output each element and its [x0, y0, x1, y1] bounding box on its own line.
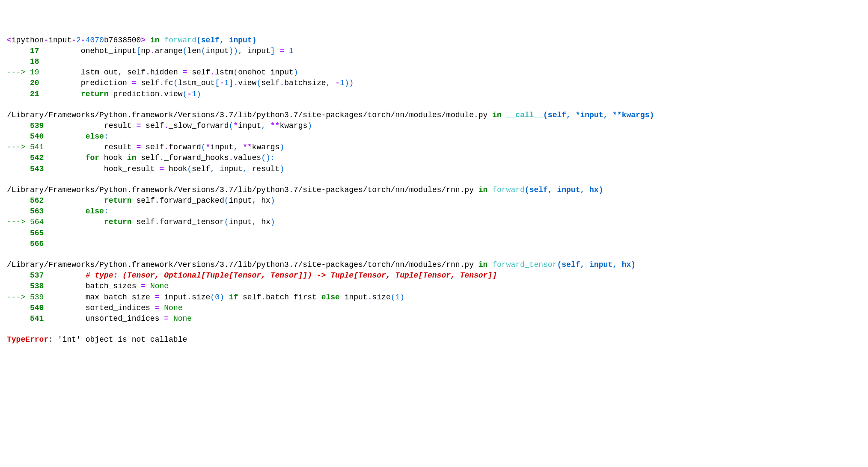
- code-source: result = self._slow_forward(*input, **kw…: [44, 121, 312, 130]
- line-number: 566: [30, 239, 44, 248]
- line-number: 541: [30, 143, 44, 151]
- line-number: 565: [30, 229, 44, 237]
- code-line: 21 return prediction.view(-1): [7, 89, 868, 100]
- arrow-marker: --->: [7, 218, 30, 226]
- arrow-marker: [7, 154, 30, 162]
- arrow-marker: --->: [7, 68, 30, 77]
- traceback-frame: /Library/Frameworks/Python.framework/Ver…: [7, 185, 868, 249]
- line-number: 537: [30, 271, 44, 280]
- line-number: 541: [30, 314, 44, 323]
- error-name: TypeError: [7, 335, 48, 344]
- traceback-frame: /Library/Frameworks/Python.framework/Ver…: [7, 260, 868, 324]
- code-source: [39, 57, 81, 66]
- code-line: 542 for hook in self._forward_hooks.valu…: [7, 153, 868, 163]
- arrow-marker: [7, 304, 30, 312]
- code-source: else:: [44, 132, 108, 141]
- error-message: : 'int' object is not callable: [48, 335, 187, 344]
- code-line-current: ---> 19 lstm_out, self.hidden = self.lst…: [7, 67, 868, 78]
- arrow-marker: [7, 282, 30, 290]
- code-line: 540 sorted_indices = None: [7, 303, 868, 313]
- line-number: 540: [30, 304, 44, 312]
- code-line-current: ---> 539 max_batch_size = input.size(0) …: [7, 292, 868, 303]
- arrow-marker: [7, 271, 30, 280]
- arrow-marker: --->: [7, 293, 30, 301]
- arrow-marker: [7, 239, 30, 248]
- arrow-marker: [7, 121, 30, 130]
- code-source: hook_result = hook(self, input, result): [44, 165, 284, 173]
- code-line: 537 # type: (Tensor, Optional[Tuple[Tens…: [7, 270, 868, 281]
- arrow-marker: [7, 57, 30, 66]
- code-source: unsorted_indices = None: [44, 314, 192, 323]
- code-source: prediction = self.fc(lstm_out[-1].view(s…: [39, 79, 354, 87]
- code-source: onehot_input[np.arange(len(input)), inpu…: [39, 47, 294, 55]
- line-number: 539: [30, 121, 44, 130]
- code-source: lstm_out, self.hidden = self.lstm(onehot…: [39, 68, 298, 77]
- code-source: max_batch_size = input.size(0) if self.b…: [44, 293, 404, 301]
- arrow-marker: [7, 47, 30, 55]
- line-number: 538: [30, 282, 44, 290]
- frame-location: <ipython-input-2-4070b7638500> in forwar…: [7, 35, 868, 46]
- code-line: 562 return self.forward_packed(input, hx…: [7, 195, 868, 206]
- arrow-marker: --->: [7, 143, 30, 151]
- arrow-marker: [7, 196, 30, 205]
- line-number: 21: [30, 90, 39, 98]
- arrow-marker: [7, 90, 30, 98]
- line-number: 542: [30, 154, 44, 162]
- code-line: 20 prediction = self.fc(lstm_out[-1].vie…: [7, 78, 868, 89]
- line-number: 539: [30, 293, 44, 301]
- line-number: 17: [30, 47, 39, 55]
- code-source: return self.forward_tensor(input, hx): [44, 218, 275, 226]
- code-line: 566: [7, 239, 868, 249]
- code-source: batch_sizes = None: [44, 282, 169, 290]
- code-line: 540 else:: [7, 131, 868, 142]
- line-number: 20: [30, 79, 39, 87]
- code-source: return prediction.view(-1): [39, 90, 201, 98]
- code-line: 18: [7, 56, 868, 67]
- line-number: 19: [30, 68, 39, 77]
- line-number: 543: [30, 165, 44, 173]
- code-source: result = self.forward(*input, **kwargs): [44, 143, 284, 151]
- arrow-marker: [7, 132, 30, 141]
- line-number: 18: [30, 57, 39, 66]
- code-source: sorted_indices = None: [44, 304, 182, 312]
- code-source: return self.forward_packed(input, hx): [44, 196, 275, 205]
- traceback-frame: <ipython-input-2-4070b7638500> in forwar…: [7, 35, 868, 100]
- code-line-current: ---> 564 return self.forward_tensor(inpu…: [7, 217, 868, 228]
- code-line: 565: [7, 228, 868, 239]
- frame-location: /Library/Frameworks/Python.framework/Ver…: [7, 110, 868, 121]
- code-line: 539 result = self._slow_forward(*input, …: [7, 121, 868, 131]
- code-source: # type: (Tensor, Optional[Tuple[Tensor, …: [44, 271, 497, 280]
- line-number: 563: [30, 207, 44, 216]
- code-source: else:: [44, 207, 108, 216]
- line-number: 540: [30, 132, 44, 141]
- arrow-marker: [7, 207, 30, 216]
- code-source: for hook in self._forward_hooks.values()…: [44, 154, 275, 162]
- code-line: 543 hook_result = hook(self, input, resu…: [7, 164, 868, 174]
- code-line: 538 batch_sizes = None: [7, 281, 868, 292]
- code-line: 563 else:: [7, 206, 868, 217]
- code-source: [44, 239, 85, 248]
- line-number: 564: [30, 218, 44, 226]
- frame-location: /Library/Frameworks/Python.framework/Ver…: [7, 185, 868, 195]
- frame-location: /Library/Frameworks/Python.framework/Ver…: [7, 260, 868, 270]
- traceback-frame: /Library/Frameworks/Python.framework/Ver…: [7, 110, 868, 174]
- code-line: 17 onehot_input[np.arange(len(input)), i…: [7, 46, 868, 56]
- code-line-current: ---> 541 result = self.forward(*input, *…: [7, 142, 868, 153]
- arrow-marker: [7, 229, 30, 237]
- code-line: 541 unsorted_indices = None: [7, 313, 868, 324]
- line-number: 562: [30, 196, 44, 205]
- arrow-marker: [7, 314, 30, 323]
- arrow-marker: [7, 165, 30, 173]
- error-line: TypeError: 'int' object is not callable: [7, 334, 868, 345]
- traceback-container: <ipython-input-2-4070b7638500> in forwar…: [0, 35, 868, 346]
- arrow-marker: [7, 79, 30, 87]
- code-source: [44, 229, 85, 237]
